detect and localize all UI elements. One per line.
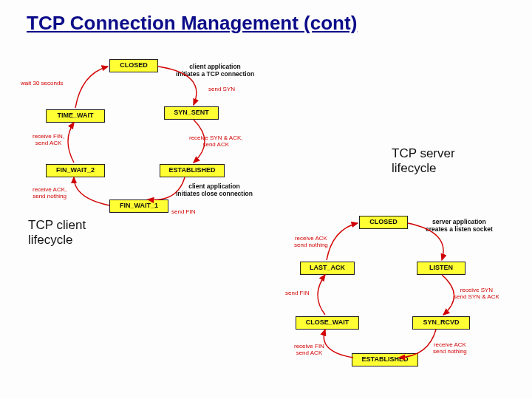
edge-client-recv-ack: receive ACK, send nothing (33, 186, 66, 200)
state-client-closed: CLOSED (109, 59, 158, 72)
state-client-syn-sent: SYN_SENT (164, 106, 219, 120)
note-client-init: client application initiates a TCP conne… (176, 64, 254, 78)
state-client-established: ESTABLISHED (160, 164, 225, 177)
server-lifecycle-label: TCP server lifecycle (392, 146, 455, 175)
edge-server-recv-ack: receive ACK send nothing (433, 341, 467, 355)
state-server-established: ESTABLISHED (352, 353, 418, 366)
note-client-close: client application initiates close conne… (176, 183, 253, 198)
client-lifecycle-label: TCP client lifecycle (28, 218, 86, 247)
edge-client-send-fin: send FIN (171, 208, 195, 215)
page-title: TCP Connection Management (cont) (27, 12, 357, 35)
state-server-syn-rcvd: SYN_RCVD (412, 316, 470, 330)
edge-client-recv-synack: receive SYN & ACK, send ACK (189, 134, 242, 148)
state-client-fin-wait-1: FIN_WAIT_1 (109, 200, 168, 213)
state-server-closed: CLOSED (359, 216, 408, 229)
diagram-arrows (0, 0, 532, 399)
note-server-create-socket: server application creates a listen sock… (426, 219, 493, 233)
edge-server-recv-syn: receive SYN send SYN & ACK (454, 287, 499, 300)
edge-server-send-fin: send FIN (285, 290, 309, 296)
state-server-last-ack: LAST_ACK (300, 262, 355, 275)
edge-server-recv-fin: receive FIN send ACK (294, 343, 324, 356)
state-server-listen: LISTEN (417, 262, 466, 275)
state-client-time-wait: TIME_WAIT (46, 109, 105, 123)
state-client-fin-wait-2: FIN_WAIT_2 (46, 164, 105, 177)
edge-client-recv-fin: receive FIN, send ACK (33, 133, 64, 146)
edge-client-wait30: wait 30 seconds (21, 80, 63, 86)
edge-server-recv-ack2: receive ACK send nothing (294, 235, 328, 248)
state-server-close-wait: CLOSE_WAIT (296, 316, 359, 330)
edge-client-send-syn: send SYN (208, 86, 235, 92)
